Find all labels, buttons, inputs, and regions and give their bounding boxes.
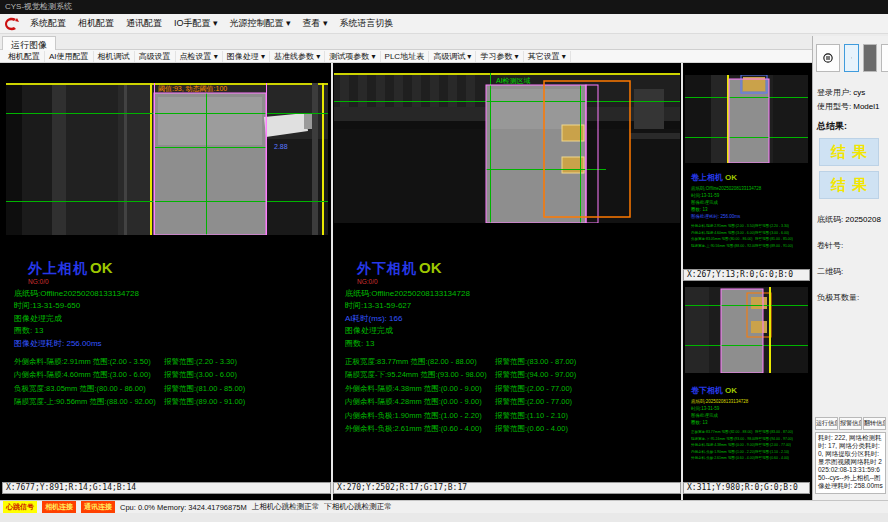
alarm-range: 报警范围:(1.10 - 2.10) xyxy=(755,450,789,454)
window-titlebar: CYS-视觉检测系统 xyxy=(0,0,888,14)
measurement-value: 外侧余料-隔膜:4.38mm 范围:(0.00 - 9.00) xyxy=(691,443,755,447)
panel-field: 底纸码:20250208 xyxy=(813,211,888,225)
menu-item[interactable]: 光源控制配置 ▾ xyxy=(225,15,296,32)
camera-view-1: 阈值:93, 动态阈值:100 2.88 外上相机OK NG:0/0 底纸码:O… xyxy=(2,66,331,494)
threshold-label: 阈值:93, 动态阈值:100 xyxy=(158,85,227,93)
green-measure-line xyxy=(6,201,328,202)
measurement-row: 内侧余料-负极:1.90mm 范围:(1.00 - 2.20) 报警范围:(1.… xyxy=(345,412,675,420)
measurement-row: 隔膜宽度-下:95.24mm 范围:(93.00 - 98.00) 报警范围:(… xyxy=(345,371,675,379)
log-tab[interactable]: 翻转信息 xyxy=(863,417,886,430)
camera-title: 卷下相机OK xyxy=(691,379,803,397)
app-logo-icon xyxy=(3,16,21,32)
alarm-range: 报警范围:(89.00 - 91.00) xyxy=(755,244,793,248)
user-icon xyxy=(851,51,852,65)
measurement-row: 外侧余料-隔膜:2.91mm 范围:(2.00 - 3.50) 报警范围:(2.… xyxy=(14,358,326,366)
menu-item[interactable]: IO手配置 ▾ xyxy=(169,15,223,32)
camera-result-text-3: 卷上相机OK 底纸码:Offline20250208133134728 时间:1… xyxy=(691,166,803,250)
log-tab[interactable]: 运行信息 xyxy=(815,417,838,430)
camera-image-4[interactable] xyxy=(685,287,808,373)
green-measure-line xyxy=(685,137,808,138)
toolbar-item[interactable]: 高级设置 xyxy=(135,51,176,62)
operator-button[interactable] xyxy=(863,44,877,72)
measurement-value: 内侧余料-隔膜:4.60mm 范围:(3.00 - 6.00) xyxy=(691,231,755,235)
camera-view-4: 卷下相机OK 底纸码:20250208133134728 时间:13-31-59… xyxy=(683,283,810,494)
measurement-value: 外侧余料-隔膜:4.38mm 范围:(0.00 - 9.00) xyxy=(345,385,495,393)
menu-item[interactable]: 相机配置 xyxy=(73,15,119,32)
measurement-value: 外侧余料-负极:2.61mm 范围:(0.60 - 4.00) xyxy=(345,425,495,433)
toolbar-item[interactable]: 测试项参数 ▾ xyxy=(325,51,380,62)
green-measure-line xyxy=(6,113,328,114)
camera-statusbar-4: X:311;Y:980;R:0;G:0;B:0 xyxy=(683,482,810,494)
camera-title: 外上相机OK xyxy=(14,259,326,278)
measurement-value: 隔膜宽度-上:90.56mm 范围:(88.00 - 92.00) xyxy=(14,398,164,406)
menu-item[interactable]: 系统语言切换 xyxy=(335,15,399,32)
toolbar-item[interactable]: 其它设置 ▾ xyxy=(524,51,571,62)
window-title: CYS-视觉检测系统 xyxy=(5,2,72,11)
green-measure-line xyxy=(685,345,808,346)
toolbar-item[interactable]: 相机配置 xyxy=(4,51,45,62)
toolbar-item[interactable]: 图像处理 ▾ xyxy=(223,51,270,62)
measurement-row: 内侧余料-负极:1.90mm 范围:(1.00 - 2.20) 报警范围:(1.… xyxy=(691,450,803,454)
control-panel: 登录用户:cys 使用型号:Model1 总结果: 结果 结果 底纸码:2025… xyxy=(812,36,888,500)
camera-image-2[interactable]: AI检测区域 xyxy=(334,73,680,223)
camera-view-3: 卷上相机OK 底纸码:Offline20250208133134728 时间:1… xyxy=(683,66,810,281)
measurement-value: 隔膜宽度-上:90.56mm 范围:(88.00 - 92.00) xyxy=(691,244,755,248)
camera-image-3[interactable] xyxy=(685,75,808,163)
log-tabs: 运行信息报警信息翻转信息 xyxy=(815,417,886,430)
alarm-range: 报警范围:(2.00 - 77.00) xyxy=(495,398,572,406)
measurement-value: 正极宽度:83.77mm 范围:(82.00 - 88.00) xyxy=(345,358,495,366)
measurement-value: 隔膜宽度-下:95.24mm 范围:(93.00 - 98.00) xyxy=(345,371,495,379)
measurement-row: 隔膜宽度-上:90.56mm 范围:(88.00 - 92.00) 报警范围:(… xyxy=(14,398,326,406)
menu-item[interactable]: 通讯配置 xyxy=(121,15,167,32)
camera-image-1[interactable]: 阈值:93, 动态阈值:100 2.88 xyxy=(6,83,328,235)
result-box-1: 结果 xyxy=(819,138,879,166)
alarm-range: 报警范围:(2.20 - 3.30) xyxy=(164,358,237,366)
ok-status: OK xyxy=(725,386,737,395)
toolbar-item[interactable]: 高级调试 ▾ xyxy=(429,51,476,62)
total-result-label: 总结果: xyxy=(813,112,888,133)
ai-region-label: AI检测区域 xyxy=(496,77,531,85)
toolbar-item[interactable]: PLC地址表 xyxy=(381,51,430,62)
alarm-range: 报警范围:(3.00 - 6.00) xyxy=(164,371,237,379)
toolbar-item[interactable]: AI使用配置 xyxy=(45,51,94,62)
gold-tab xyxy=(751,321,767,333)
done-line: 图像处理完成 xyxy=(691,413,803,418)
measurement-value: 隔膜宽度-下:95.24mm 范围:(93.00 - 98.00) xyxy=(691,437,755,441)
window-bottom-edge xyxy=(0,513,888,522)
pause-button[interactable] xyxy=(816,44,840,72)
log-tab[interactable]: 报警信息 xyxy=(839,417,862,430)
tab-run-image[interactable]: 运行图像 xyxy=(2,36,56,51)
measurement-row: 负极宽度:83.05mm 范围:(80.00 - 86.00) 报警范围:(81… xyxy=(691,237,803,241)
alarm-range: 报警范围:(83.00 - 87.00) xyxy=(495,358,576,366)
panel-buttons xyxy=(813,36,888,72)
toolbar-item[interactable]: 相机调试 xyxy=(94,51,135,62)
measurement-row: 隔膜宽度-上:90.56mm 范围:(88.00 - 92.00) 报警范围:(… xyxy=(691,244,803,248)
time-line: 时间:13-31-59 xyxy=(691,193,803,198)
toolbar-item[interactable]: 学习参数 ▾ xyxy=(476,51,523,62)
alarm-range: 报警范围:(2.00 - 77.00) xyxy=(755,443,791,447)
measurement-value: 内侧余料-隔膜:4.60mm 范围:(3.00 - 6.00) xyxy=(14,371,164,379)
alarm-range: 报警范围:(94.00 - 97.00) xyxy=(495,371,576,379)
battery-cell-region xyxy=(729,79,769,163)
gold-tab xyxy=(751,297,767,309)
measurement-row: 外侧余料-负极:2.61mm 范围:(0.60 - 4.00) 报警范围:(0.… xyxy=(691,456,803,460)
menu-item[interactable]: 系统配置 xyxy=(25,15,71,32)
user-login-button[interactable] xyxy=(844,44,859,72)
log-textbox[interactable]: 耗时: 222, 网络检测耗时: 17, 网络分类耗时: 0, 网络提取分区耗时… xyxy=(815,432,886,494)
upper-camera-heartbeat-status: 上相机心跳检测正常 xyxy=(252,502,320,512)
code-line: 底纸码:Offline20250208133134728 xyxy=(345,289,675,298)
measurement-row: 内侧余料-隔膜:4.28mm 范围:(0.00 - 9.00) 报警范围:(2.… xyxy=(345,398,675,406)
menu-item[interactable]: 查看 ▾ xyxy=(298,15,333,32)
panel-field: 二维码: xyxy=(813,263,888,277)
measurement-value: 外侧余料-负极:2.61mm 范围:(0.60 - 4.00) xyxy=(691,456,755,460)
toolbar-item[interactable]: 点检设置 ▾ xyxy=(176,51,223,62)
yellow-guide-line xyxy=(769,287,771,373)
alarm-range: 报警范围:(2.00 - 77.00) xyxy=(495,385,572,393)
heartbeat-badge: 心跳信号 xyxy=(3,501,37,513)
model-value: Model1 xyxy=(853,102,879,111)
cpu-memory-status: Cpu: 0.0% Memory: 3424.41796875M xyxy=(120,503,247,512)
toolbar-item[interactable]: 基准线参数 ▾ xyxy=(270,51,325,62)
measurement-value: 外侧余料-隔膜:2.91mm 范围:(2.00 - 3.50) xyxy=(691,224,755,228)
measurement-value: 正极宽度:83.77mm 范围:(82.00 - 88.00) xyxy=(691,430,755,434)
exit-button[interactable] xyxy=(881,44,888,72)
